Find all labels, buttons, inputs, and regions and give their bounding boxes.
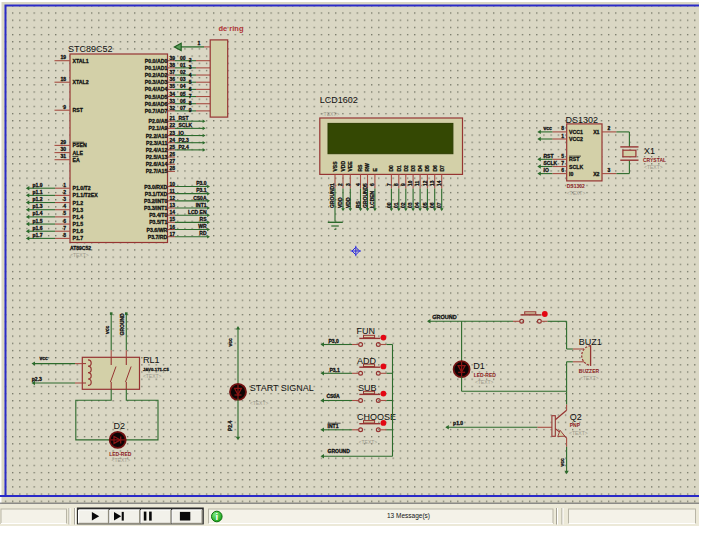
- svg-text:P2.5/A13: P2.5/A13: [146, 154, 168, 160]
- svg-text:<TEXT>: <TEXT>: [250, 400, 269, 406]
- svg-text:p1.1: p1.1: [33, 189, 43, 195]
- svg-text:5: 5: [63, 210, 66, 216]
- svg-text:VDD: VDD: [345, 197, 351, 208]
- svg-text:17: 17: [170, 231, 176, 237]
- svg-text:P0.4/AD4: P0.4/AD4: [145, 86, 168, 92]
- svg-text:19: 19: [60, 54, 66, 60]
- svg-text:P3.1: P3.1: [196, 187, 207, 193]
- svg-text:03: 03: [180, 76, 186, 82]
- svg-text:06: 06: [180, 98, 186, 104]
- svg-text:7: 7: [387, 183, 392, 186]
- svg-text:p1.2: p1.2: [33, 196, 43, 202]
- svg-text:P2.4/A12: P2.4/A12: [146, 147, 168, 153]
- svg-text:XTAL1: XTAL1: [73, 58, 89, 64]
- svg-text:SCLK: SCLK: [544, 160, 558, 166]
- svg-text:14: 14: [170, 209, 176, 215]
- svg-text:vcc: vcc: [559, 458, 565, 467]
- svg-text:00: 00: [180, 55, 186, 61]
- svg-text:P1.3: P1.3: [73, 207, 84, 213]
- svg-text:p1.0: p1.0: [33, 182, 43, 188]
- svg-text:<TEXT>: <TEXT>: [475, 379, 494, 385]
- svg-text:vcc: vcc: [544, 125, 553, 131]
- svg-text:5: 5: [363, 183, 368, 186]
- svg-text:P1.0/T2: P1.0/T2: [73, 185, 91, 191]
- svg-text:D2: D2: [403, 165, 409, 172]
- svg-text:RST: RST: [569, 156, 580, 162]
- svg-text:CS0A: CS0A: [193, 195, 207, 201]
- svg-text:10: 10: [408, 180, 413, 186]
- svg-text:X1: X1: [644, 146, 655, 156]
- svg-text:8: 8: [561, 125, 564, 131]
- svg-text:BUZ1: BUZ1: [579, 337, 602, 347]
- svg-text:WR: WR: [198, 223, 207, 229]
- svg-text:25: 25: [170, 144, 176, 150]
- svg-text:D1: D1: [473, 361, 485, 371]
- svg-text:P1.7: P1.7: [73, 235, 84, 241]
- svg-text:de ring: de ring: [219, 24, 244, 33]
- svg-text:BUZZER: BUZZER: [579, 368, 600, 374]
- svg-text:<TEXT>: <TEXT>: [580, 375, 599, 381]
- svg-text:vcc: vcc: [40, 355, 49, 361]
- svg-text:01: 01: [180, 62, 186, 68]
- svg-text:27: 27: [170, 158, 176, 164]
- svg-text:P0.2/AD2: P0.2/AD2: [145, 72, 168, 78]
- svg-text:9: 9: [401, 183, 406, 186]
- svg-text:VSS: VSS: [332, 161, 338, 172]
- svg-text:D2: D2: [114, 421, 126, 431]
- svg-text:9: 9: [63, 104, 66, 110]
- svg-text:06: 06: [429, 202, 435, 208]
- svg-text:<TEXT>: <TEXT>: [143, 373, 162, 379]
- svg-text:D6: D6: [432, 165, 438, 172]
- svg-text:P0.0/AD0: P0.0/AD0: [145, 58, 168, 64]
- svg-text:VDD: VDD: [337, 197, 343, 208]
- svg-text:D5: D5: [424, 165, 430, 172]
- svg-text:8: 8: [63, 232, 66, 238]
- svg-text:vcc: vcc: [104, 325, 110, 334]
- svg-text:X2: X2: [593, 171, 599, 177]
- svg-text:P2.2/A10: P2.2/A10: [146, 133, 168, 139]
- svg-text:ALE: ALE: [73, 150, 84, 156]
- svg-text:<TEXT>: <TEXT>: [567, 190, 586, 196]
- svg-text:2: 2: [189, 57, 192, 63]
- svg-text:EA: EA: [73, 157, 80, 163]
- svg-text:RL1: RL1: [143, 355, 160, 365]
- svg-text:05: 05: [422, 202, 428, 208]
- svg-text:4: 4: [356, 183, 361, 186]
- svg-text:p1.5: p1.5: [33, 218, 43, 224]
- svg-text:03: 03: [407, 202, 413, 208]
- svg-text:P1.2: P1.2: [73, 200, 84, 206]
- svg-text:07: 07: [180, 105, 186, 111]
- svg-text:VEE: VEE: [347, 161, 353, 172]
- svg-text:8: 8: [394, 183, 399, 186]
- svg-text:P2.4: P2.4: [179, 144, 190, 150]
- svg-text:GROUND: GROUND: [329, 185, 335, 208]
- svg-text:GROUND: GROUND: [432, 314, 456, 320]
- svg-text:GROUND: GROUND: [328, 448, 351, 454]
- svg-text:35: 35: [170, 83, 176, 89]
- svg-text:P3.0: P3.0: [196, 180, 207, 186]
- svg-text:LCD1602: LCD1602: [320, 95, 358, 105]
- svg-text:<TEXT>: <TEXT>: [359, 439, 378, 445]
- svg-text:RST: RST: [544, 153, 554, 159]
- svg-text:36: 36: [170, 76, 176, 82]
- svg-text:05: 05: [180, 91, 186, 97]
- svg-text:32: 32: [170, 105, 176, 111]
- svg-text:RD: RD: [199, 230, 207, 236]
- svg-text:p1.4: p1.4: [33, 210, 43, 216]
- svg-text:P1.1/T2EX: P1.1/T2EX: [73, 192, 99, 198]
- svg-text:04: 04: [180, 83, 186, 89]
- svg-text:D0: D0: [388, 165, 394, 172]
- svg-text:RST: RST: [73, 107, 84, 113]
- svg-text:6: 6: [63, 218, 66, 224]
- svg-text:5: 5: [189, 79, 192, 85]
- svg-text:VCC1: VCC1: [569, 129, 583, 135]
- svg-text:1: 1: [330, 183, 335, 186]
- svg-text:PSEN: PSEN: [73, 142, 87, 148]
- svg-text:3: 3: [608, 167, 611, 173]
- svg-text:01: 01: [393, 202, 399, 208]
- svg-text:22: 22: [170, 122, 176, 128]
- svg-text:7: 7: [561, 160, 564, 166]
- svg-text:9: 9: [189, 107, 192, 113]
- svg-text:16: 16: [170, 224, 176, 230]
- svg-text:XTAL2: XTAL2: [73, 79, 89, 85]
